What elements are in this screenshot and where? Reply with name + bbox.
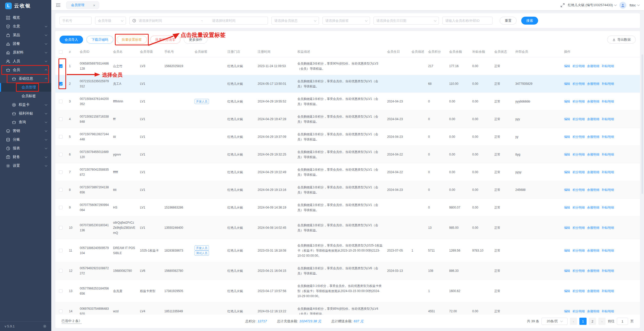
tab-close-icon[interactable]: ×	[93, 3, 95, 7]
sidebar-item-finance[interactable]: 财务	[0, 153, 51, 161]
sidebar-item-report[interactable]: 报表	[0, 144, 51, 153]
balance-detail-link[interactable]: 余额明细	[587, 249, 599, 252]
sidebar-item-overview[interactable]: 概览	[0, 13, 51, 22]
row-checkbox[interactable]	[59, 249, 63, 252]
sidebar-item-dishes[interactable]: 菜品	[0, 31, 51, 39]
next-page-button[interactable]: ›	[598, 318, 606, 325]
row-checkbox[interactable]	[59, 289, 63, 293]
user-menu[interactable]: fbbc	[629, 3, 639, 7]
date-range-picker[interactable]: 请选择开始时间 ~ 请选择结束时间	[129, 17, 268, 25]
points-detail-link[interactable]: 积分明细	[572, 249, 585, 252]
edit-link[interactable]: 编辑	[564, 170, 570, 174]
sidebar-item-materials[interactable]: 原材料	[0, 48, 51, 57]
balance-detail-link[interactable]: 余额明细	[587, 153, 599, 156]
sidebar-item-member-tags[interactable]: 会员标签	[0, 92, 51, 100]
edit-link[interactable]: 编辑	[564, 249, 570, 252]
balance-detail-link[interactable]: 余额明细	[587, 135, 599, 139]
row-checkbox[interactable]	[59, 64, 63, 68]
points-detail-link[interactable]: 积分明细	[572, 153, 585, 156]
points-detail-link[interactable]: 积分明细	[572, 135, 585, 139]
points-detail-link[interactable]: 积分明细	[572, 82, 585, 86]
phone-input[interactable]	[59, 17, 92, 25]
sidebar-item-ledger[interactable]: 分账	[0, 135, 51, 144]
edit-link[interactable]: 编辑	[564, 309, 570, 313]
row-checkbox[interactable]	[59, 170, 63, 174]
page-size-select[interactable]: 20条/页	[541, 318, 568, 325]
edit-link[interactable]: 编辑	[564, 64, 570, 68]
balance-detail-link[interactable]: 余额明细	[587, 269, 599, 273]
member-level-select[interactable]: 会员等级	[95, 17, 126, 25]
member-import-button[interactable]: 会员导入	[59, 36, 83, 44]
balance-detail-link[interactable]: 余额明细	[587, 188, 599, 192]
gear-icon[interactable]	[43, 324, 47, 328]
collapse-sidebar-icon[interactable]	[56, 3, 61, 7]
subsidy-detail-link[interactable]: 补贴明细	[602, 153, 614, 156]
subsidy-detail-link[interactable]: 补贴明细	[602, 117, 614, 121]
balance-detail-link[interactable]: 余额明细	[587, 64, 599, 68]
points-detail-link[interactable]: 积分明细	[572, 226, 585, 230]
subsidy-detail-link[interactable]: 补贴明细	[602, 269, 614, 273]
subsidy-detail-link[interactable]: 补贴明细	[602, 100, 614, 103]
row-checkbox[interactable]	[59, 135, 63, 139]
batch-points-reset-button[interactable]: 批量积分清零	[150, 36, 180, 44]
balance-detail-link[interactable]: 余额明细	[587, 117, 599, 121]
member-status-select[interactable]: 请选择会员状态	[271, 17, 319, 25]
subsidy-detail-link[interactable]: 补贴明细	[602, 309, 614, 313]
balance-detail-link[interactable]: 余额明细	[587, 226, 599, 230]
row-checkbox[interactable]	[59, 309, 63, 313]
points-detail-link[interactable]: 积分明细	[572, 289, 585, 293]
edit-link[interactable]: 编辑	[564, 226, 570, 230]
sidebar-item-query[interactable]: 查询	[0, 118, 51, 127]
select-all-checkbox[interactable]	[59, 50, 63, 54]
sidebar-item-staff[interactable]: 人员	[0, 57, 51, 66]
balance-detail-link[interactable]: 余额明细	[587, 170, 599, 174]
sidebar-item-business[interactable]: 生意	[0, 22, 51, 31]
subsidy-detail-link[interactable]: 补贴明细	[602, 64, 614, 68]
row-checkbox[interactable]	[59, 100, 63, 103]
batch-set-tags-button[interactable]: 批量设置标签	[117, 36, 147, 44]
balance-detail-link[interactable]: 余额明细	[587, 309, 599, 313]
row-checkbox[interactable]	[59, 82, 63, 86]
sidebar-item-member-manage[interactable]: 会员管理	[0, 83, 51, 92]
points-detail-link[interactable]: 积分明细	[572, 188, 585, 192]
fullscreen-icon[interactable]	[560, 3, 565, 7]
edit-link[interactable]: 编辑	[564, 135, 570, 139]
sidebar-item-rights-card[interactable]: 权益卡	[0, 100, 51, 109]
member-name-input[interactable]	[442, 17, 492, 25]
goto-page-input[interactable]	[617, 318, 628, 325]
edit-link[interactable]: 编辑	[564, 82, 570, 86]
subsidy-detail-link[interactable]: 补贴明细	[602, 170, 614, 174]
reset-button[interactable]: 重置	[500, 17, 517, 25]
search-button[interactable]: 搜索	[521, 17, 538, 25]
sidebar-item-basic-info[interactable]: 基础信息	[0, 74, 51, 83]
row-checkbox[interactable]	[59, 226, 63, 230]
subsidy-detail-link[interactable]: 补贴明细	[602, 206, 614, 209]
edit-link[interactable]: 编辑	[564, 269, 570, 273]
balance-detail-link[interactable]: 余额明细	[587, 82, 599, 86]
row-checkbox[interactable]	[59, 269, 63, 273]
page-button-2[interactable]: 2	[589, 318, 596, 325]
subsidy-detail-link[interactable]: 补贴明细	[602, 289, 614, 293]
edit-link[interactable]: 编辑	[564, 188, 570, 192]
page-scrollbar[interactable]	[641, 54, 643, 194]
tab-member-manage[interactable]: 会员管理 ×	[66, 1, 99, 9]
row-checkbox[interactable]	[59, 153, 63, 156]
points-detail-link[interactable]: 积分明细	[572, 64, 585, 68]
store-switcher[interactable]: 红艳儿火锅 (编号1032574433)	[568, 3, 617, 7]
sidebar-item-settings[interactable]: 设置	[0, 161, 51, 170]
download-store-code-button[interactable]: 下载店铺码	[86, 36, 113, 44]
points-detail-link[interactable]: 积分明细	[572, 309, 585, 313]
row-checkbox[interactable]	[59, 117, 63, 121]
row-checkbox[interactable]	[59, 206, 63, 209]
balance-detail-link[interactable]: 余额明细	[587, 100, 599, 103]
subsidy-detail-link[interactable]: 补贴明细	[602, 135, 614, 139]
member-birthday-select[interactable]: 请选择会员生日日期	[374, 17, 439, 25]
points-detail-link[interactable]: 积分明细	[572, 117, 585, 121]
export-data-button[interactable]: 导出数据	[607, 36, 636, 44]
edit-link[interactable]: 编辑	[564, 289, 570, 293]
subsidy-detail-link[interactable]: 补贴明细	[602, 188, 614, 192]
prev-page-button[interactable]: ‹	[570, 318, 577, 325]
sidebar-item-group-meal[interactable]: 团餐	[0, 39, 51, 48]
member-tag-select[interactable]: 请选择会员标签	[323, 17, 370, 25]
page-button-1[interactable]: 1	[579, 318, 587, 325]
